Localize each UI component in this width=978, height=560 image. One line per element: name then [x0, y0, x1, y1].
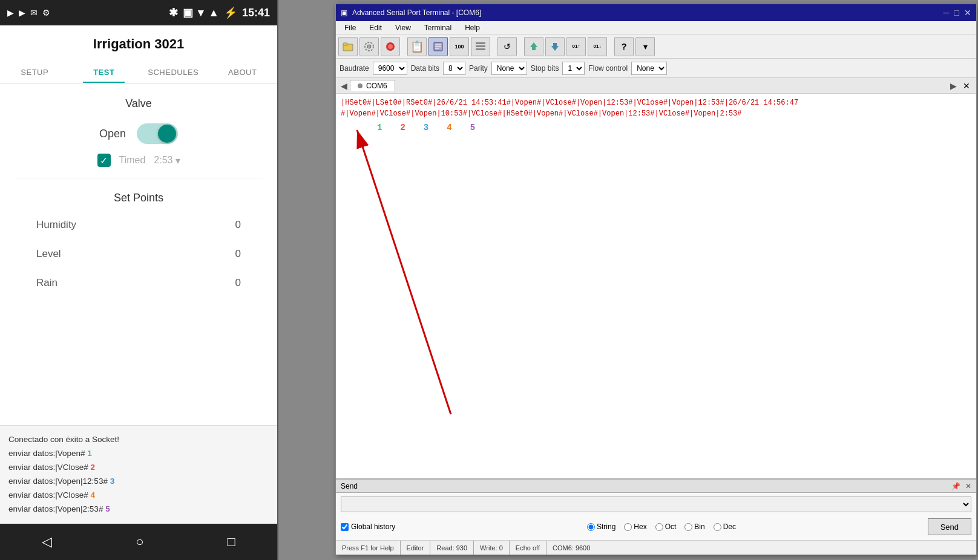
tab-scroll-right[interactable]: ▶ — [948, 81, 959, 91]
toolbar-copy-btn[interactable]: 📋 — [407, 37, 427, 56]
toolbar-refresh-btn[interactable]: ↺ — [497, 37, 517, 56]
tab-dot — [358, 83, 363, 88]
statusbar-left: ▶ ▶ ✉ ⚙ — [7, 8, 50, 18]
radio-bin[interactable]: Bin — [684, 523, 704, 531]
phone-statusbar: ▶ ▶ ✉ ⚙ ✱ ▣ ▾ ▲ ⚡ 15:41 — [0, 0, 277, 25]
send-radios: String Hex Oct Bin Dec — [405, 523, 917, 531]
phone-tabs: SETUP TEST SCHEDULES ABOUT — [0, 59, 277, 84]
timed-checkbox[interactable]: ✓ — [97, 154, 111, 167]
parity-label: Parity — [469, 64, 488, 73]
send-close-btn[interactable]: ✕ — [965, 482, 971, 490]
tab-test[interactable]: TEST — [70, 59, 139, 83]
num-4: 4 — [447, 123, 451, 132]
status-echo: Echo off — [510, 541, 546, 555]
chevron-down-icon: ▾ — [176, 155, 180, 166]
toggle-knob — [158, 125, 176, 143]
menu-terminal[interactable]: Terminal — [418, 22, 458, 33]
terminal-menubar: File Edit View Terminal Help — [336, 21, 976, 34]
tab-schedules[interactable]: SCHEDULES — [139, 59, 208, 83]
global-history-checkbox[interactable]: Global history — [341, 523, 395, 531]
toolbar-100-btn[interactable]: 100 — [450, 37, 469, 56]
status-port: COM6: 9600 — [546, 541, 596, 555]
minimize-button[interactable]: ─ — [944, 8, 950, 18]
nav-recents-button[interactable]: □ — [228, 534, 235, 550]
sp-rain-row: Rain 0 — [0, 269, 277, 298]
set-points-heading: Set Points — [0, 181, 277, 210]
svg-rect-16 — [553, 43, 557, 46]
toolbar-dropdown-btn[interactable]: ▾ — [635, 37, 655, 56]
svg-point-2 — [367, 45, 371, 48]
toolbar-editor-btn[interactable] — [428, 37, 448, 56]
radio-hex-label: Hex — [634, 523, 646, 531]
sp-level-label: Level — [36, 248, 61, 260]
svg-point-5 — [388, 44, 393, 49]
send-header: Send 📌 ✕ — [336, 480, 976, 493]
open-toggle[interactable] — [137, 123, 178, 144]
sp-rain-value: 0 — [235, 277, 241, 289]
tab-close-btn[interactable]: ✕ — [959, 81, 974, 91]
radio-oct[interactable]: Oct — [655, 523, 677, 531]
send-pin-btn[interactable]: 📌 — [951, 482, 960, 490]
tab-label: COM6 — [366, 82, 387, 90]
clock: 15:41 — [242, 7, 270, 19]
nav-back-button[interactable]: ◁ — [42, 534, 52, 550]
baudrate-label: Baudrate — [340, 64, 369, 73]
menu-help[interactable]: Help — [459, 22, 486, 33]
toolbar-upload-btn[interactable] — [524, 37, 543, 56]
toolbar-help-btn[interactable]: ? — [614, 37, 634, 56]
settings-bar: Baudrate 9600 Data bits 8 Parity None St… — [336, 59, 976, 78]
numbered-row: 1 2 3 4 5 — [341, 119, 971, 132]
close-button[interactable]: ✕ — [964, 8, 971, 18]
databits-select[interactable]: 8 — [443, 62, 465, 75]
timed-value[interactable]: 2:53 ▾ — [154, 155, 180, 166]
toolbar-format-btn[interactable] — [471, 37, 490, 56]
bluetooth-icon: ✱ — [169, 6, 178, 19]
terminal-icon: ▣ — [341, 8, 347, 17]
log-line-5: enviar datos:|Vopen|2:53# 5 — [8, 503, 269, 516]
menu-file[interactable]: File — [338, 22, 362, 33]
baudrate-select[interactable]: 9600 — [373, 62, 407, 75]
flowcontrol-label: Flow control — [588, 64, 628, 73]
toolbar-open-btn[interactable] — [338, 37, 358, 56]
menu-edit[interactable]: Edit — [363, 22, 388, 33]
maximize-button[interactable]: □ — [954, 8, 959, 18]
tab-scroll-left[interactable]: ◀ — [338, 81, 350, 91]
terminal-window: ▣ Advanced Serial Port Terminal - [COM6]… — [335, 4, 977, 555]
toolbar-hex-upload-btn[interactable]: 01↑ — [566, 37, 586, 56]
radio-hex[interactable]: Hex — [624, 523, 646, 531]
radio-string-label: String — [597, 523, 615, 531]
sp-humidity-value: 0 — [235, 219, 241, 231]
toolbar-download-btn[interactable] — [545, 37, 565, 56]
stopbits-select[interactable]: 1 — [562, 62, 585, 75]
toolbar-hex-download-btn[interactable]: 01↓ — [588, 37, 607, 56]
menu-view[interactable]: View — [389, 22, 417, 33]
phone-panel: ▶ ▶ ✉ ⚙ ✱ ▣ ▾ ▲ ⚡ 15:41 Irrigation 3021 … — [0, 0, 278, 560]
app-icon-misc: ⚙ — [42, 8, 50, 18]
divider — [15, 178, 263, 178]
toolbar-settings-btn[interactable] — [359, 37, 379, 56]
global-history-check[interactable] — [341, 523, 349, 531]
com6-tab[interactable]: COM6 — [350, 80, 395, 91]
radio-string[interactable]: String — [587, 523, 615, 531]
toolbar-connect-btn[interactable] — [381, 37, 400, 56]
svg-marker-13 — [530, 42, 537, 47]
wifi-icon: ▾ — [198, 6, 203, 19]
flowcontrol-select[interactable]: None — [631, 62, 667, 75]
svg-marker-15 — [551, 46, 559, 51]
svg-line-18 — [357, 130, 451, 414]
timed-row: ✓ Timed 2:53 ▾ — [0, 150, 277, 175]
radio-dec-label: Dec — [723, 523, 736, 531]
send-button[interactable]: Send — [928, 518, 971, 535]
timed-label: Timed — [119, 155, 146, 166]
nav-home-button[interactable]: ○ — [136, 534, 143, 550]
send-input[interactable] — [341, 497, 971, 512]
log-line-2: enviar datos:|VClose# 2 — [8, 461, 269, 475]
parity-select[interactable]: None — [491, 62, 527, 75]
tab-about[interactable]: ABOUT — [208, 59, 278, 83]
send-options-row: Global history String Hex Oct Bin — [336, 516, 976, 540]
terminal-output: |HSet0#|LSet0#|RSet0#|26/6/21 14:53:41#|… — [336, 94, 976, 478]
radio-dec[interactable]: Dec — [714, 523, 736, 531]
terminal-toolbar: 📋 100 ↺ 01↑ 01↓ ? ▾ — [336, 34, 976, 59]
terminal-titlebar: ▣ Advanced Serial Port Terminal - [COM6]… — [336, 4, 976, 21]
tab-setup[interactable]: SETUP — [0, 59, 70, 83]
